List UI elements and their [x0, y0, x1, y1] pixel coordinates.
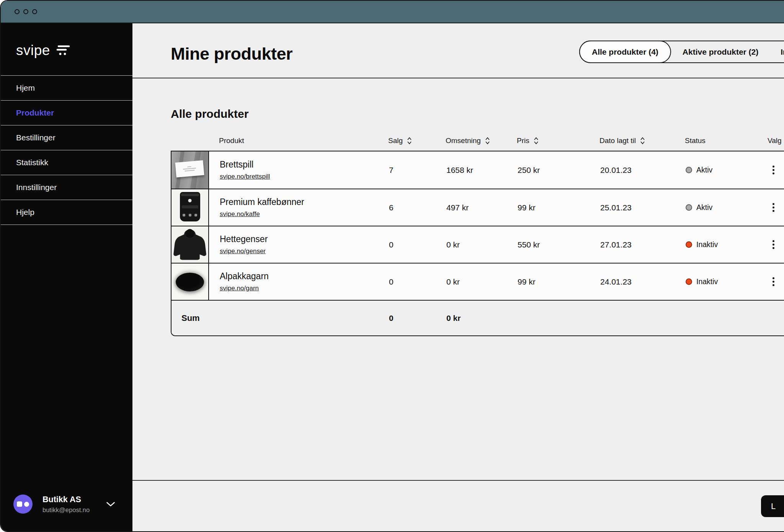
sort-icon[interactable]: [406, 137, 413, 145]
status-badge: Inaktiv: [686, 226, 768, 263]
table-row: Premium kaffebønner svipe.no/kaffe 6 497…: [172, 189, 784, 226]
table-row: Brettspill svipe.no/brettspill 7 1658 kr…: [172, 151, 784, 189]
column-header-pris[interactable]: Pris: [517, 137, 599, 145]
row-actions: [768, 226, 784, 263]
product-link[interactable]: svipe.no/garn: [220, 285, 259, 292]
product-name: Alpakkagarn: [220, 271, 389, 281]
sidebar-item-statistikk[interactable]: Statistikk: [1, 150, 132, 175]
add-product-button[interactable]: L: [761, 495, 784, 517]
sales-value: 0: [389, 226, 446, 263]
kebab-menu-icon[interactable]: [770, 201, 777, 214]
sales-value: 0: [389, 264, 446, 300]
price-value: 99 kr: [518, 189, 600, 226]
sidebar-item-produkter[interactable]: Produkter: [1, 101, 132, 125]
row-actions: [768, 264, 784, 300]
product-info: Alpakkagarn svipe.no/garn: [209, 264, 389, 300]
avatar: [13, 495, 33, 514]
sum-label: Sum: [172, 313, 389, 323]
column-header-produkt: Produkt: [208, 137, 388, 145]
sort-icon[interactable]: [484, 137, 491, 145]
product-name: Premium kaffebønner: [220, 197, 389, 207]
tab-aktive-produkter[interactable]: Aktive produkter (2): [671, 41, 770, 62]
table-header-row: Produkt Salg Omsetning Pris: [171, 131, 784, 151]
table-row: Alpakkagarn svipe.no/garn 0 0 kr 99 kr 2…: [172, 263, 784, 300]
status-dot-icon: [686, 241, 692, 248]
status-dot-icon: [686, 167, 692, 173]
product-image-yarn: [172, 264, 209, 300]
sort-icon[interactable]: [533, 137, 539, 145]
sort-icon[interactable]: [639, 137, 646, 145]
status-badge: Aktiv: [686, 151, 768, 189]
status-badge: Inaktiv: [686, 264, 768, 300]
logo: svipe: [1, 23, 132, 60]
status-dot-icon: [686, 204, 692, 211]
kebab-menu-icon[interactable]: [770, 163, 777, 177]
row-actions: [768, 189, 784, 226]
user-name: Butikk AS: [42, 495, 90, 504]
chevron-down-icon[interactable]: [106, 502, 115, 507]
product-info: Hettegenser svipe.no/genser: [209, 226, 389, 263]
tab-inaktive-produkter[interactable]: In: [770, 41, 784, 62]
user-email: butikk@epost.no: [42, 506, 90, 514]
column-header-dato-lagt-til[interactable]: Dato lagt til: [599, 137, 685, 145]
product-image-board-game: [172, 151, 209, 189]
app-window: svipe Hjem Produkter Bestillinger Statis…: [0, 0, 784, 532]
date-added-value: 27.01.23: [600, 226, 686, 263]
product-link[interactable]: svipe.no/brettspill: [220, 173, 270, 181]
window-control-icon[interactable]: [23, 9, 28, 14]
revenue-value: 1658 kr: [446, 151, 518, 189]
kebab-menu-icon[interactable]: [770, 238, 777, 251]
page-title: Mine produkter: [171, 44, 292, 64]
sidebar-item-innstillinger[interactable]: Innstillinger: [1, 175, 132, 200]
sidebar-nav: Hjem Produkter Bestillinger Statistikk I…: [1, 75, 132, 225]
sum-revenue: 0 kr: [446, 314, 518, 323]
column-header-salg[interactable]: Salg: [388, 137, 446, 145]
table-row: Hettegenser svipe.no/genser 0 0 kr 550 k…: [172, 226, 784, 263]
section-title: Alle produkter: [171, 107, 248, 120]
sales-value: 6: [389, 189, 446, 226]
sum-sales: 0: [389, 314, 446, 323]
table-body: Brettspill svipe.no/brettspill 7 1658 kr…: [171, 151, 784, 336]
main-content: Mine produkter Alle produkter (4) Aktive…: [132, 23, 784, 531]
products-table: Produkt Salg Omsetning Pris: [171, 131, 784, 336]
revenue-value: 0 kr: [446, 226, 518, 263]
status-dot-icon: [686, 278, 692, 285]
date-added-value: 24.01.23: [600, 264, 686, 300]
product-link[interactable]: svipe.no/kaffe: [220, 210, 260, 218]
column-header-status: Status: [685, 137, 768, 145]
user-text: Butikk AS butikk@epost.no: [42, 495, 90, 514]
avatar-square-glyph: [17, 501, 22, 507]
status-badge: Aktiv: [686, 189, 768, 226]
window-titlebar: [1, 1, 784, 23]
column-header-valg: Valg: [768, 137, 784, 145]
product-name: Brettspill: [220, 159, 389, 170]
product-link[interactable]: svipe.no/genser: [220, 247, 266, 255]
row-actions: [768, 151, 784, 189]
sidebar-item-hjem[interactable]: Hjem: [1, 76, 132, 101]
avatar-circle-glyph: [24, 502, 29, 507]
window-control-icon[interactable]: [15, 9, 20, 14]
product-info: Premium kaffebønner svipe.no/kaffe: [209, 189, 389, 226]
tab-alle-produkter[interactable]: Alle produkter (4): [579, 41, 671, 63]
price-value: 250 kr: [518, 151, 600, 189]
logo-text: svipe: [16, 42, 50, 59]
revenue-value: 497 kr: [446, 189, 518, 226]
column-header-omsetning[interactable]: Omsetning: [446, 137, 517, 145]
sum-row: Sum 0 0 kr: [172, 300, 784, 335]
date-added-value: 25.01.23: [600, 189, 686, 226]
sidebar: svipe Hjem Produkter Bestillinger Statis…: [1, 23, 132, 531]
product-filter-tabs: Alle produkter (4) Aktive produkter (2) …: [579, 41, 784, 63]
kebab-menu-icon[interactable]: [770, 275, 777, 288]
revenue-value: 0 kr: [446, 264, 518, 300]
sidebar-item-bestillinger[interactable]: Bestillinger: [1, 125, 132, 150]
date-added-value: 20.01.23: [600, 151, 686, 189]
product-info: Brettspill svipe.no/brettspill: [209, 151, 389, 189]
header-divider: [132, 78, 784, 78]
window-control-icon[interactable]: [32, 9, 37, 14]
sales-value: 7: [389, 151, 446, 189]
sidebar-item-hjelp[interactable]: Hjelp: [1, 200, 132, 225]
user-account[interactable]: Butikk AS butikk@epost.no: [13, 495, 115, 514]
product-image-coffee-bag: [172, 189, 209, 226]
product-image-hoodie: [172, 226, 209, 263]
footer-divider: [132, 480, 784, 481]
